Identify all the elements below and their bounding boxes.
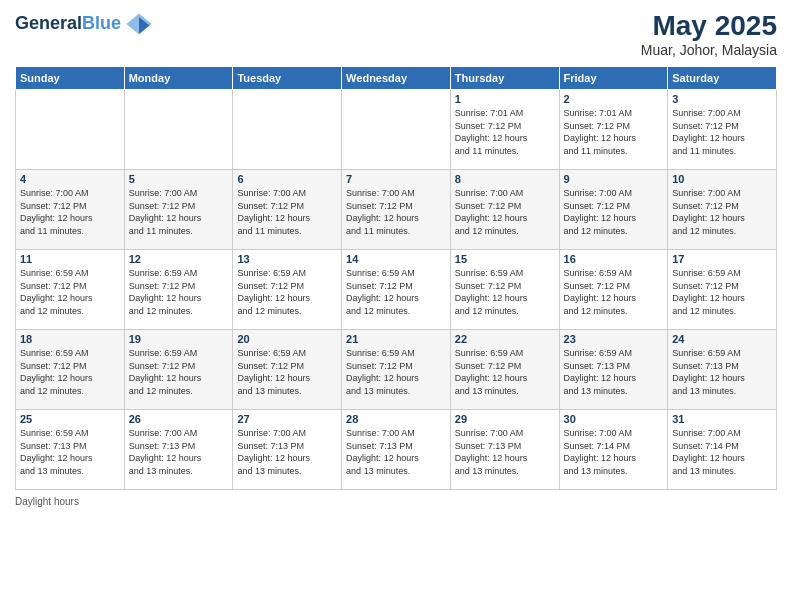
page: GeneralBlue May 2025 Muar, Johor, Malays… <box>0 0 792 612</box>
title-block: May 2025 Muar, Johor, Malaysia <box>641 10 777 58</box>
calendar-cell: 6Sunrise: 7:00 AM Sunset: 7:12 PM Daylig… <box>233 170 342 250</box>
calendar-cell: 9Sunrise: 7:00 AM Sunset: 7:12 PM Daylig… <box>559 170 668 250</box>
calendar-cell: 27Sunrise: 7:00 AM Sunset: 7:13 PM Dayli… <box>233 410 342 490</box>
column-header-sunday: Sunday <box>16 67 125 90</box>
day-number: 3 <box>672 93 772 105</box>
day-info: Sunrise: 6:59 AM Sunset: 7:12 PM Dayligh… <box>129 347 229 397</box>
calendar-cell: 7Sunrise: 7:00 AM Sunset: 7:12 PM Daylig… <box>342 170 451 250</box>
calendar-cell <box>16 90 125 170</box>
calendar-cell: 20Sunrise: 6:59 AM Sunset: 7:12 PM Dayli… <box>233 330 342 410</box>
day-number: 5 <box>129 173 229 185</box>
logo-icon <box>125 10 153 38</box>
day-number: 22 <box>455 333 555 345</box>
day-info: Sunrise: 6:59 AM Sunset: 7:12 PM Dayligh… <box>455 347 555 397</box>
day-number: 7 <box>346 173 446 185</box>
header: GeneralBlue May 2025 Muar, Johor, Malays… <box>15 10 777 58</box>
calendar-cell: 2Sunrise: 7:01 AM Sunset: 7:12 PM Daylig… <box>559 90 668 170</box>
day-info: Sunrise: 6:59 AM Sunset: 7:12 PM Dayligh… <box>237 347 337 397</box>
calendar-cell: 25Sunrise: 6:59 AM Sunset: 7:13 PM Dayli… <box>16 410 125 490</box>
column-header-wednesday: Wednesday <box>342 67 451 90</box>
day-number: 1 <box>455 93 555 105</box>
calendar-cell: 1Sunrise: 7:01 AM Sunset: 7:12 PM Daylig… <box>450 90 559 170</box>
day-info: Sunrise: 7:00 AM Sunset: 7:12 PM Dayligh… <box>672 187 772 237</box>
calendar-cell <box>124 90 233 170</box>
calendar-cell: 17Sunrise: 6:59 AM Sunset: 7:12 PM Dayli… <box>668 250 777 330</box>
subtitle: Muar, Johor, Malaysia <box>641 42 777 58</box>
calendar-cell: 21Sunrise: 6:59 AM Sunset: 7:12 PM Dayli… <box>342 330 451 410</box>
day-info: Sunrise: 6:59 AM Sunset: 7:12 PM Dayligh… <box>346 267 446 317</box>
day-info: Sunrise: 6:59 AM Sunset: 7:12 PM Dayligh… <box>237 267 337 317</box>
day-info: Sunrise: 6:59 AM Sunset: 7:12 PM Dayligh… <box>346 347 446 397</box>
day-number: 28 <box>346 413 446 425</box>
day-info: Sunrise: 6:59 AM Sunset: 7:13 PM Dayligh… <box>564 347 664 397</box>
calendar-cell: 23Sunrise: 6:59 AM Sunset: 7:13 PM Dayli… <box>559 330 668 410</box>
calendar-cell: 24Sunrise: 6:59 AM Sunset: 7:13 PM Dayli… <box>668 330 777 410</box>
day-info: Sunrise: 7:00 AM Sunset: 7:13 PM Dayligh… <box>237 427 337 477</box>
day-number: 30 <box>564 413 664 425</box>
day-info: Sunrise: 7:00 AM Sunset: 7:12 PM Dayligh… <box>237 187 337 237</box>
column-header-friday: Friday <box>559 67 668 90</box>
column-header-saturday: Saturday <box>668 67 777 90</box>
day-info: Sunrise: 7:00 AM Sunset: 7:12 PM Dayligh… <box>672 107 772 157</box>
day-number: 18 <box>20 333 120 345</box>
calendar-cell: 5Sunrise: 7:00 AM Sunset: 7:12 PM Daylig… <box>124 170 233 250</box>
calendar-cell <box>342 90 451 170</box>
footer-note-text: Daylight hours <box>15 496 79 507</box>
day-number: 4 <box>20 173 120 185</box>
calendar-cell: 19Sunrise: 6:59 AM Sunset: 7:12 PM Dayli… <box>124 330 233 410</box>
calendar-cell <box>233 90 342 170</box>
day-number: 12 <box>129 253 229 265</box>
day-number: 26 <box>129 413 229 425</box>
day-info: Sunrise: 7:01 AM Sunset: 7:12 PM Dayligh… <box>455 107 555 157</box>
day-info: Sunrise: 7:01 AM Sunset: 7:12 PM Dayligh… <box>564 107 664 157</box>
day-info: Sunrise: 7:00 AM Sunset: 7:13 PM Dayligh… <box>129 427 229 477</box>
day-number: 6 <box>237 173 337 185</box>
calendar-cell: 11Sunrise: 6:59 AM Sunset: 7:12 PM Dayli… <box>16 250 125 330</box>
calendar-cell: 29Sunrise: 7:00 AM Sunset: 7:13 PM Dayli… <box>450 410 559 490</box>
main-title: May 2025 <box>641 10 777 42</box>
day-info: Sunrise: 6:59 AM Sunset: 7:12 PM Dayligh… <box>455 267 555 317</box>
logo: GeneralBlue <box>15 10 153 38</box>
day-info: Sunrise: 7:00 AM Sunset: 7:12 PM Dayligh… <box>346 187 446 237</box>
column-header-tuesday: Tuesday <box>233 67 342 90</box>
day-info: Sunrise: 7:00 AM Sunset: 7:14 PM Dayligh… <box>672 427 772 477</box>
day-number: 9 <box>564 173 664 185</box>
day-number: 15 <box>455 253 555 265</box>
day-number: 21 <box>346 333 446 345</box>
day-number: 23 <box>564 333 664 345</box>
calendar-cell: 3Sunrise: 7:00 AM Sunset: 7:12 PM Daylig… <box>668 90 777 170</box>
day-number: 20 <box>237 333 337 345</box>
day-number: 11 <box>20 253 120 265</box>
day-number: 17 <box>672 253 772 265</box>
calendar-cell: 14Sunrise: 6:59 AM Sunset: 7:12 PM Dayli… <box>342 250 451 330</box>
day-info: Sunrise: 7:00 AM Sunset: 7:12 PM Dayligh… <box>129 187 229 237</box>
day-number: 2 <box>564 93 664 105</box>
day-info: Sunrise: 6:59 AM Sunset: 7:12 PM Dayligh… <box>129 267 229 317</box>
day-number: 29 <box>455 413 555 425</box>
calendar-cell: 8Sunrise: 7:00 AM Sunset: 7:12 PM Daylig… <box>450 170 559 250</box>
day-number: 10 <box>672 173 772 185</box>
calendar-table: SundayMondayTuesdayWednesdayThursdayFrid… <box>15 66 777 490</box>
calendar-cell: 31Sunrise: 7:00 AM Sunset: 7:14 PM Dayli… <box>668 410 777 490</box>
calendar-cell: 18Sunrise: 6:59 AM Sunset: 7:12 PM Dayli… <box>16 330 125 410</box>
calendar-cell: 22Sunrise: 6:59 AM Sunset: 7:12 PM Dayli… <box>450 330 559 410</box>
day-info: Sunrise: 6:59 AM Sunset: 7:13 PM Dayligh… <box>672 347 772 397</box>
calendar-cell: 4Sunrise: 7:00 AM Sunset: 7:12 PM Daylig… <box>16 170 125 250</box>
column-header-thursday: Thursday <box>450 67 559 90</box>
calendar-cell: 10Sunrise: 7:00 AM Sunset: 7:12 PM Dayli… <box>668 170 777 250</box>
day-info: Sunrise: 7:00 AM Sunset: 7:12 PM Dayligh… <box>20 187 120 237</box>
day-info: Sunrise: 6:59 AM Sunset: 7:13 PM Dayligh… <box>20 427 120 477</box>
day-info: Sunrise: 7:00 AM Sunset: 7:12 PM Dayligh… <box>564 187 664 237</box>
day-number: 27 <box>237 413 337 425</box>
day-info: Sunrise: 7:00 AM Sunset: 7:14 PM Dayligh… <box>564 427 664 477</box>
day-info: Sunrise: 6:59 AM Sunset: 7:12 PM Dayligh… <box>672 267 772 317</box>
day-info: Sunrise: 6:59 AM Sunset: 7:12 PM Dayligh… <box>20 267 120 317</box>
column-header-monday: Monday <box>124 67 233 90</box>
day-number: 25 <box>20 413 120 425</box>
day-number: 14 <box>346 253 446 265</box>
day-info: Sunrise: 7:00 AM Sunset: 7:13 PM Dayligh… <box>346 427 446 477</box>
calendar-cell: 28Sunrise: 7:00 AM Sunset: 7:13 PM Dayli… <box>342 410 451 490</box>
calendar-cell: 26Sunrise: 7:00 AM Sunset: 7:13 PM Dayli… <box>124 410 233 490</box>
day-number: 13 <box>237 253 337 265</box>
day-number: 8 <box>455 173 555 185</box>
